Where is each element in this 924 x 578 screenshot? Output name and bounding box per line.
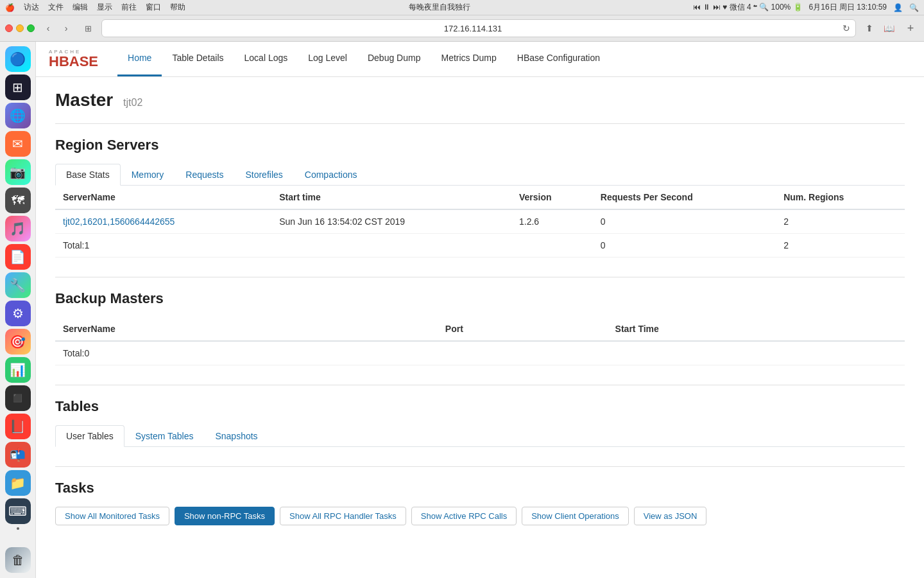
start-time-cell: Sun Jun 16 13:54:02 CST 2019 xyxy=(271,209,511,234)
page-content: Master tjt02 Region Servers Base Stats M… xyxy=(36,77,924,557)
backup-masters-tbody: Total:0 xyxy=(55,341,905,365)
apple-menu[interactable]: 🍎 xyxy=(5,3,15,12)
nav-buttons: ‹ › xyxy=(40,20,74,37)
dock-icon-5[interactable]: 📄 xyxy=(5,244,31,270)
menu-edit[interactable]: 编辑 xyxy=(73,2,88,13)
region-servers-table: ServerName Start time Version Requests P… xyxy=(55,186,905,258)
dock-icon-11[interactable]: 📁 xyxy=(5,470,31,496)
backup-masters-section: Backup Masters ServerName Port Start Tim… xyxy=(55,290,905,365)
dock-icon-terminal[interactable]: ⬛ xyxy=(5,385,31,411)
dock-icon-finder[interactable]: 🔵 xyxy=(5,46,31,72)
minimize-button[interactable] xyxy=(16,24,24,32)
col-server-name: ServerName xyxy=(55,186,271,209)
menu-file[interactable]: 文件 xyxy=(48,2,64,13)
nav-link-log-level[interactable]: Log Level xyxy=(298,41,357,76)
region-servers-header-row: ServerName Start time Version Requests P… xyxy=(55,186,905,209)
hbase-nav-links: Home Table Details Local Logs Log Level … xyxy=(117,41,610,76)
menu-help[interactable]: 帮助 xyxy=(170,2,185,13)
dock-icon-facetime[interactable]: 📷 xyxy=(5,159,31,185)
col-version: Version xyxy=(511,186,593,209)
backup-masters-title: Backup Masters xyxy=(55,290,905,307)
tab-compactions[interactable]: Compactions xyxy=(294,164,368,186)
show-monitored-tasks-button[interactable]: Show All Monitored Tasks xyxy=(55,507,169,525)
server-name-cell[interactable]: tjt02,16201,1560664442655 xyxy=(55,209,271,234)
show-non-rpc-tasks-button[interactable]: Show non-RPC Tasks xyxy=(175,507,275,525)
nav-link-debug-dump[interactable]: Debug Dump xyxy=(357,41,431,76)
bm-col-port: Port xyxy=(438,317,608,341)
reload-button[interactable]: ↻ xyxy=(843,23,850,33)
tab-system-tables[interactable]: System Tables xyxy=(124,425,205,447)
region-servers-tabs: Base Stats Memory Requests Storefiles Co… xyxy=(55,164,905,186)
menu-goto[interactable]: 前往 xyxy=(121,2,137,13)
menubar-left: 🍎 访达 文件 编辑 显示 前往 窗口 帮助 xyxy=(5,2,185,13)
browser-chrome: ‹ › ⊞ 172.16.114.131 ↻ ⬆ 📖 + xyxy=(0,15,924,42)
num-regions-cell: 2 xyxy=(776,209,905,234)
dock-icon-12[interactable]: ⌨ xyxy=(5,498,31,524)
dock-icon-pdf[interactable]: 📕 xyxy=(5,414,31,439)
total-rps: 0 xyxy=(593,234,776,258)
back-button[interactable]: ‹ xyxy=(40,20,56,37)
forward-button[interactable]: › xyxy=(58,20,74,37)
bookmark-button[interactable]: 📖 xyxy=(880,20,897,37)
divider-1 xyxy=(55,123,905,124)
view-as-json-button[interactable]: View as JSON xyxy=(634,507,707,525)
backup-masters-thead: ServerName Port Start Time xyxy=(55,317,905,341)
tables-tabs: User Tables System Tables Snapshots xyxy=(55,425,905,447)
col-start-time: Start time xyxy=(271,186,511,209)
dock-icon-6[interactable]: 🔧 xyxy=(5,272,31,298)
tab-base-stats[interactable]: Base Stats xyxy=(55,164,121,186)
total-start-time xyxy=(271,234,511,258)
tab-storefiles[interactable]: Storefiles xyxy=(234,164,293,186)
menu-display[interactable]: 显示 xyxy=(97,2,112,13)
tasks-section: Tasks Show All Monitored Tasks Show non-… xyxy=(55,480,905,525)
dock-icon-9[interactable]: 📊 xyxy=(5,357,31,383)
menu-finder[interactable]: 访达 xyxy=(24,2,39,13)
address-bar[interactable]: 172.16.114.131 ↻ xyxy=(101,19,856,37)
region-servers-section: Region Servers Base Stats Memory Request… xyxy=(55,137,905,258)
tab-user-tables[interactable]: User Tables xyxy=(55,425,124,447)
tab-snapshots[interactable]: Snapshots xyxy=(204,425,268,447)
menubar-center: 每晚夜里自我独行 xyxy=(196,2,683,13)
dock-icon-4[interactable]: 🎵 xyxy=(5,216,31,241)
nav-link-table-details[interactable]: Table Details xyxy=(162,41,234,76)
menu-window[interactable]: 窗口 xyxy=(146,2,161,13)
page-title: Master tjt02 xyxy=(55,90,905,110)
nav-link-hbase-config[interactable]: HBase Configuration xyxy=(507,41,610,76)
share-button[interactable]: ⬆ xyxy=(861,20,878,37)
dock-icon-3[interactable]: 🗺 xyxy=(5,188,31,213)
dock-icon-2[interactable]: ✉ xyxy=(5,131,31,157)
traffic-lights xyxy=(5,24,35,32)
backup-masters-header-row: ServerName Port Start Time xyxy=(55,317,905,341)
menubar: 🍎 访达 文件 编辑 显示 前往 窗口 帮助 每晚夜里自我独行 ⏮ ⏸ ⏭ ♥ … xyxy=(0,0,924,15)
nav-link-metrics-dump[interactable]: Metrics Dump xyxy=(431,41,506,76)
dock-icon-7[interactable]: ⚙ xyxy=(5,301,31,326)
table-total-row: Total:1 0 2 xyxy=(55,234,905,258)
dock-icon-10[interactable]: 📬 xyxy=(5,442,31,468)
hbase-logo: APACHE HBASE xyxy=(49,49,98,69)
maximize-button[interactable] xyxy=(27,24,35,32)
tab-requests[interactable]: Requests xyxy=(175,164,234,186)
search-icon[interactable]: 🔍 xyxy=(909,3,919,12)
col-num-regions: Num. Regions xyxy=(776,186,905,209)
nav-link-local-logs[interactable]: Local Logs xyxy=(234,41,298,76)
divider-2 xyxy=(55,277,905,277)
dock-icon-1[interactable]: 🌐 xyxy=(5,103,31,128)
page-content-wrapper: APACHE HBASE Home Table Details Local Lo… xyxy=(36,41,924,578)
dock-icon-launchpad[interactable]: ⊞ xyxy=(5,74,31,100)
tasks-section-title: Tasks xyxy=(55,480,905,496)
tab-memory[interactable]: Memory xyxy=(121,164,175,186)
close-button[interactable] xyxy=(5,24,13,32)
dock: 🔵 ⊞ 🌐 ✉ 📷 🗺 🎵 📄 🔧 ⚙ 🎯 📊 ⬛ 📕 📬 📁 ⌨ 🗑 xyxy=(0,41,36,578)
nav-link-home[interactable]: Home xyxy=(117,41,162,76)
dock-icon-trash[interactable]: 🗑 xyxy=(5,547,31,573)
show-rpc-handler-tasks-button[interactable]: Show All RPC Handler Tasks xyxy=(280,507,406,525)
show-client-operations-button[interactable]: Show Client Operations xyxy=(522,507,629,525)
region-servers-title: Region Servers xyxy=(55,137,905,153)
new-tab-button[interactable]: + xyxy=(902,20,919,37)
browser-toolbar: ‹ › ⊞ 172.16.114.131 ↻ ⬆ 📖 + xyxy=(0,15,924,41)
dock-icon-8[interactable]: 🎯 xyxy=(5,329,31,355)
show-active-rpc-calls-button[interactable]: Show Active RPC Calls xyxy=(411,507,517,525)
user-icon: 👤 xyxy=(893,3,903,12)
tables-section-title: Tables xyxy=(55,398,905,415)
sidebar-toggle-button[interactable]: ⊞ xyxy=(80,20,96,37)
